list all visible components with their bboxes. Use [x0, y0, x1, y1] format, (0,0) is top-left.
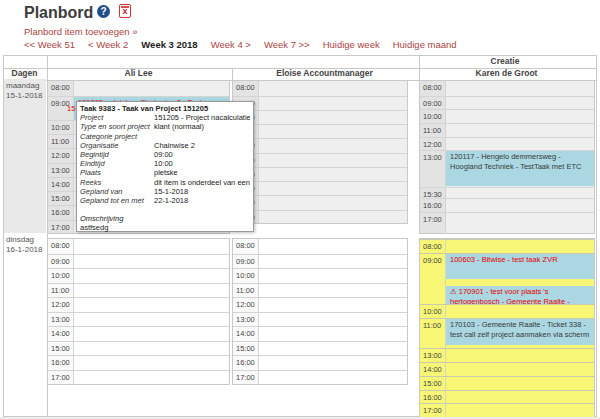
add-planbord-item-link[interactable]: Planbord item toevoegen »: [24, 26, 138, 37]
time-label: 16:00: [420, 199, 446, 212]
time-slot-row: 13:00: [233, 153, 407, 167]
schedule-cell[interactable]: [446, 377, 594, 390]
schedule-cell[interactable]: [259, 168, 407, 181]
schedule-cell[interactable]: [259, 81, 407, 96]
day-date: 15-1-2018: [6, 91, 45, 101]
schedule-cell[interactable]: [446, 404, 594, 417]
nav-huidige-week[interactable]: Huidige week: [323, 39, 380, 50]
event-block[interactable]: 100603 - Bitwise - test taak ZVR: [446, 254, 594, 279]
tooltip-label: Eindtijd: [80, 159, 154, 168]
time-label: 11:00: [420, 319, 446, 348]
tooltip-label: Begintijd: [80, 150, 154, 159]
tooltip-description: astfsedg: [80, 223, 250, 232]
event-text: 100603 - Bitwise - test taak ZVR: [450, 255, 558, 264]
column-header-ali-lee: Ali Lee: [46, 68, 231, 79]
help-icon[interactable]: ?: [97, 5, 110, 18]
schedule-cell[interactable]: [74, 356, 229, 370]
schedule-cell[interactable]: [259, 125, 407, 138]
schedule-cell[interactable]: [259, 154, 407, 167]
schedule-col-dinsdag-eloise: 08:0009:0010:0011:0012:0013:0014:0015:00…: [232, 238, 408, 385]
time-slot-row: 11:00: [420, 123, 594, 137]
schedule-cell[interactable]: [74, 239, 229, 254]
schedule-cell[interactable]: [74, 342, 229, 355]
time-slot-row: 16:00: [233, 355, 407, 370]
time-label: 09:00: [420, 254, 446, 304]
nav-week-back2[interactable]: << Week 51: [24, 39, 75, 50]
warning-icon: ⚠: [450, 287, 457, 296]
event-text: 120117 - Hengelo demmersweg - Hoogland T…: [450, 152, 581, 171]
time-slot-row: 10:00: [233, 110, 407, 124]
excel-export-icon[interactable]: x: [119, 4, 131, 18]
schedule-cell[interactable]: [446, 110, 594, 123]
tooltip-label: Categorie project: [80, 132, 154, 141]
schedule-cell[interactable]: [259, 284, 407, 297]
schedule-cell[interactable]: [259, 111, 407, 124]
schedule-cell[interactable]: [259, 371, 407, 384]
schedule-cell[interactable]: [446, 81, 594, 96]
schedule-cell[interactable]: [74, 81, 229, 96]
time-slot-row: 15:00: [233, 341, 407, 355]
schedule-cell[interactable]: [446, 391, 594, 403]
schedule-cell[interactable]: [74, 327, 229, 341]
schedule-cell[interactable]: [259, 139, 407, 153]
tooltip-value: Chainwise 2: [154, 141, 250, 150]
schedule-cell[interactable]: 120117 - Hengelo demmersweg - Hoogland T…: [446, 151, 594, 187]
time-label: 09:00: [233, 255, 259, 268]
schedule-cell[interactable]: [259, 211, 407, 223]
time-label: 17:00: [420, 404, 446, 417]
schedule-cell[interactable]: [446, 188, 594, 198]
tooltip-value: 22-1-2018: [154, 196, 250, 205]
schedule-cell[interactable]: [446, 138, 594, 150]
schedule-cell[interactable]: [446, 240, 594, 253]
time-slot-row: 17:00: [233, 210, 407, 223]
event-block[interactable]: 170103 - Gemeente Raalte - Ticket 338 - …: [446, 319, 594, 345]
schedule-cell[interactable]: [74, 371, 229, 384]
planbord-page: Planbord ? x Planbord item toevoegen » <…: [0, 0, 600, 419]
schedule-cell[interactable]: [74, 313, 229, 326]
schedule-cell[interactable]: [259, 269, 407, 283]
schedule-cell[interactable]: [259, 182, 407, 195]
time-label: 12:00: [233, 298, 259, 312]
schedule-cell[interactable]: [259, 313, 407, 326]
event-text-fragment: 15: [67, 104, 75, 113]
schedule-cell[interactable]: [74, 284, 229, 297]
nav-week-current: Week 3 2018: [141, 39, 197, 50]
tooltip-label: Organisatie: [80, 141, 154, 150]
schedule-cell[interactable]: 170103 - Gemeente Raalte - Ticket 338 - …: [446, 319, 594, 348]
nav-huidige-maand[interactable]: Huidige maand: [393, 39, 457, 50]
time-slot-row: 16:00: [420, 198, 594, 212]
schedule-cell[interactable]: [259, 327, 407, 341]
nav-week-fwd1[interactable]: Week 4 >: [211, 39, 251, 50]
schedule-cell[interactable]: [259, 342, 407, 355]
schedule-cell[interactable]: [259, 356, 407, 370]
schedule-cell[interactable]: [259, 255, 407, 268]
schedule-cell[interactable]: [74, 269, 229, 283]
schedule-cell[interactable]: [446, 199, 594, 212]
tooltip-row: Project151205 - Project nacalculatie: [80, 113, 250, 122]
time-slot-row: 08:00: [48, 81, 229, 96]
schedule-cell[interactable]: [74, 255, 229, 268]
schedule-cell[interactable]: [446, 213, 594, 233]
schedule-cell[interactable]: [446, 349, 594, 362]
time-label: 12:00: [48, 149, 74, 163]
schedule-cell[interactable]: [446, 305, 594, 318]
schedule-cell[interactable]: [259, 239, 407, 254]
nav-week-back1[interactable]: < Week 2: [88, 39, 128, 50]
schedule-cell[interactable]: [446, 363, 594, 376]
time-label: 16:00: [420, 391, 446, 403]
event-block[interactable]: ⚠170901 - test voor plaats 's hertogenbo…: [446, 286, 594, 304]
time-label: 10:00: [48, 269, 74, 283]
nav-week-fwd2[interactable]: Week 7 >>: [264, 39, 310, 50]
week-navigation: << Week 51< Week 2Week 3 2018Week 4 >Wee…: [24, 39, 470, 50]
schedule-cell[interactable]: [446, 97, 594, 109]
schedule-cell[interactable]: [446, 124, 594, 137]
schedule-cell[interactable]: 100603 - Bitwise - test taak ZVR⚠170901 …: [446, 254, 594, 304]
schedule-cell[interactable]: [74, 298, 229, 312]
tooltip-label: Gepland tot en met: [80, 196, 154, 205]
schedule-cell[interactable]: [259, 97, 407, 110]
schedule-cell[interactable]: [259, 196, 407, 210]
time-label: 14:00: [233, 327, 259, 341]
schedule-cell[interactable]: [259, 298, 407, 312]
tooltip-value: [154, 132, 250, 141]
event-block[interactable]: 120117 - Hengelo demmersweg - Hoogland T…: [446, 151, 594, 186]
